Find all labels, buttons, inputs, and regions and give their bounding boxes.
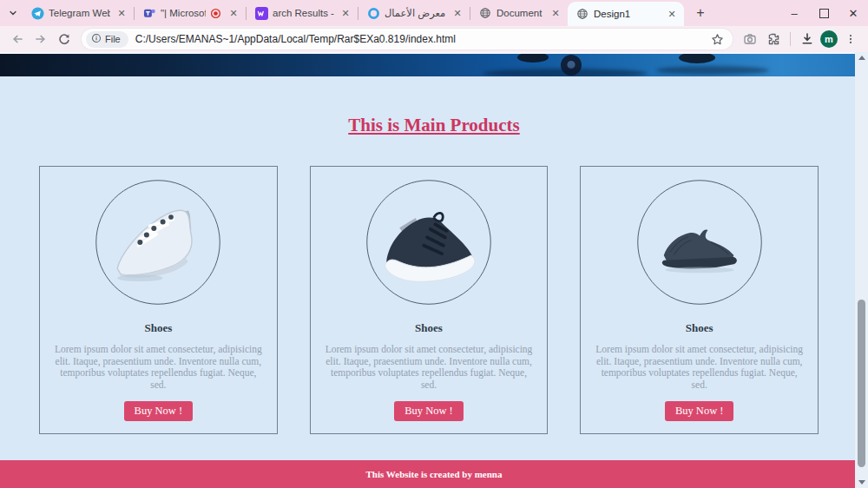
scrollbar-thumb[interactable]	[858, 300, 865, 467]
hero-shadow	[656, 66, 769, 75]
hero-dark-shape	[679, 54, 715, 63]
product-image-leather-loafer	[635, 177, 765, 307]
scroll-down-arrow[interactable]	[855, 477, 868, 488]
browser-tab-strip: Telegram Web ✕ "| Microsoft Team ✕ arch …	[0, 0, 868, 26]
product-cards-row: Shoes Lorem ipsum dolor sit amet consect…	[39, 166, 819, 434]
tab-microsoft-teams[interactable]: "| Microsoft Team ✕	[135, 0, 246, 26]
globe-icon	[478, 6, 492, 20]
reload-button[interactable]	[54, 29, 75, 49]
product-image-white-sneaker	[93, 177, 223, 307]
tab-title: "| Microsoft Team	[161, 8, 206, 18]
tab-close-icon[interactable]: ✕	[115, 6, 128, 20]
page-footer: This Website is created by menna	[0, 460, 868, 488]
tab-search-results-mostaql[interactable]: arch Results - مستقل ✕	[247, 0, 358, 26]
tab-close-icon[interactable]: ✕	[665, 7, 679, 21]
forward-button[interactable]	[30, 29, 51, 49]
page-viewport: This is Main Products Shoes Lorem ipsum …	[0, 52, 868, 488]
tab-close-icon[interactable]: ✕	[227, 6, 240, 20]
bookmark-star-icon[interactable]	[708, 30, 726, 48]
download-icon[interactable]	[797, 29, 818, 49]
tab-search-chevron-icon[interactable]	[3, 3, 23, 23]
menu-kebab-icon[interactable]	[840, 29, 861, 49]
product-title: Shoes	[49, 321, 268, 335]
new-tab-button[interactable]: +	[689, 2, 712, 24]
tab-design1-active[interactable]: Design1 ✕	[568, 2, 684, 26]
hero-dark-shape	[517, 54, 549, 63]
product-title: Shoes	[319, 321, 539, 335]
tab-recording-icon	[210, 7, 222, 19]
product-description: Lorem ipsum dolor sit amet consectetur, …	[323, 344, 536, 391]
window-controls: – ✕	[779, 0, 868, 26]
tab-title: إضافة معرض الأعمال	[385, 7, 446, 19]
tab-close-icon[interactable]: ✕	[549, 6, 562, 20]
buy-now-button[interactable]: Buy Now !	[124, 401, 194, 421]
camera-icon[interactable]	[740, 29, 760, 49]
hero-shadow	[483, 69, 648, 76]
hero-banner-bottom	[0, 54, 868, 76]
teams-icon	[142, 6, 156, 20]
tab-close-icon[interactable]: ✕	[450, 6, 464, 20]
mostaql-ring-icon	[366, 6, 380, 20]
tab-title: Telegram Web	[49, 8, 110, 18]
info-icon	[91, 33, 102, 45]
profile-avatar[interactable]: m	[820, 30, 838, 48]
file-scheme-chip[interactable]: File	[86, 31, 128, 48]
tab-title: arch Results - مستقل	[273, 7, 334, 19]
tab-close-icon[interactable]: ✕	[339, 6, 352, 20]
maximize-icon	[819, 9, 829, 18]
w-purple-icon	[254, 6, 268, 20]
product-card: Shoes Lorem ipsum dolor sit amet consect…	[310, 166, 549, 434]
tab-title: Design1	[594, 9, 661, 19]
product-card: Shoes Lorem ipsum dolor sit amet consect…	[580, 166, 819, 434]
tab-title: Document	[496, 8, 544, 18]
browser-toolbar: File C:/Users/EMANAS~1/AppData/Local/Tem…	[0, 26, 868, 52]
tab-document[interactable]: Document ✕	[470, 0, 568, 26]
toolbar-divider	[790, 32, 791, 46]
product-image-black-sneaker	[364, 177, 494, 307]
extensions-puzzle-icon[interactable]	[763, 29, 784, 49]
telegram-icon	[30, 6, 44, 20]
scrollbar[interactable]	[855, 52, 868, 488]
product-card: Shoes Lorem ipsum dolor sit amet consect…	[39, 166, 278, 434]
product-description: Lorem ipsum dolor sit amet consectetur, …	[593, 344, 806, 391]
product-description: Lorem ipsum dolor sit amet consectetur, …	[52, 344, 265, 391]
buy-now-button[interactable]: Buy Now !	[394, 401, 464, 421]
product-title: Shoes	[589, 321, 809, 335]
url-text[interactable]: C:/Users/EMANAS~1/AppData/Local/Temp/Rar…	[135, 33, 708, 45]
maximize-button[interactable]	[809, 0, 838, 26]
minimize-button[interactable]: –	[779, 0, 809, 26]
back-button[interactable]	[7, 29, 28, 49]
chip-label: File	[105, 34, 121, 44]
tab-telegram-web[interactable]: Telegram Web ✕	[23, 0, 134, 26]
buy-now-button[interactable]: Buy Now !	[665, 401, 734, 421]
page-title: This is Main Products	[0, 115, 868, 136]
scroll-up-arrow[interactable]	[855, 52, 868, 63]
tab-mostaql-portfolio[interactable]: إضافة معرض الأعمال ✕	[358, 0, 470, 26]
address-bar[interactable]: File C:/Users/EMANAS~1/AppData/Local/Tem…	[82, 29, 733, 49]
close-window-button[interactable]: ✕	[838, 0, 868, 26]
globe-icon	[575, 7, 589, 21]
